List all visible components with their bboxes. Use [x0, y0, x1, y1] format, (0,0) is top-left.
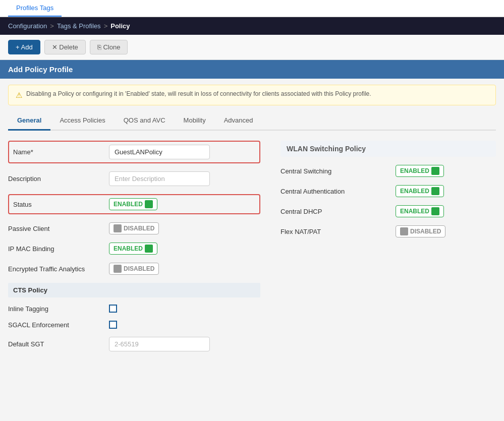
name-row: Name*: [8, 141, 260, 163]
default-sgt-input[interactable]: [109, 337, 210, 351]
passive-client-indicator: [114, 224, 122, 232]
tab-general[interactable]: General: [8, 111, 50, 131]
central-switching-toggle[interactable]: ENABLED: [396, 165, 444, 177]
default-sgt-label: Default SGT: [8, 340, 109, 348]
ip-mac-binding-indicator: [145, 245, 153, 253]
flex-nat-row: Flex NAT/PAT DISABLED: [281, 225, 496, 237]
status-toggle[interactable]: ENABLED: [109, 198, 157, 210]
central-switching-label: Central Switching: [281, 167, 391, 175]
sgacl-enforcement-label: SGACL Enforcement: [8, 321, 109, 329]
form-left: Name* Description Status ENABLED Passive…: [8, 141, 260, 359]
passive-client-label: Passive Client: [8, 225, 109, 232]
encrypted-traffic-row: Encrypted Traffic Analytics DISABLED: [8, 263, 260, 275]
wlan-section-header: WLAN Switching Policy: [281, 141, 496, 157]
status-toggle-indicator: [145, 200, 153, 208]
flex-nat-toggle[interactable]: DISABLED: [396, 225, 445, 237]
inline-tagging-checkbox[interactable]: [109, 305, 117, 313]
flex-nat-indicator: [400, 227, 408, 235]
add-policy-panel: Add Policy Profile ⚠ Disabling a Policy …: [0, 60, 504, 359]
inline-tagging-label: Inline Tagging: [8, 305, 109, 313]
panel-header: Add Policy Profile: [0, 60, 504, 79]
central-dhcp-indicator: [431, 207, 439, 215]
ip-mac-binding-toggle-label: ENABLED: [114, 245, 143, 252]
ip-mac-binding-label: IP MAC Binding: [8, 245, 109, 253]
tab-advanced[interactable]: Advanced: [215, 111, 262, 131]
central-auth-indicator: [431, 187, 439, 195]
default-sgt-row: Default SGT: [8, 337, 260, 351]
breadcrumb-sep-2: >: [104, 22, 108, 30]
flex-nat-label: Flex NAT/PAT: [281, 228, 391, 235]
ip-mac-binding-row: IP MAC Binding ENABLED: [8, 243, 260, 255]
page-tabs-bar: Profiles Tags: [0, 0, 504, 17]
inline-tagging-row: Inline Tagging: [8, 305, 260, 313]
form-right: WLAN Switching Policy Central Switching …: [281, 141, 496, 359]
flex-nat-toggle-label: DISABLED: [410, 228, 441, 235]
form-area: Name* Description Status ENABLED Passive…: [0, 131, 504, 359]
warning-banner: ⚠ Disabling a Policy or configuring it i…: [8, 85, 496, 105]
cts-section-header: CTS Policy: [8, 283, 260, 297]
central-switching-toggle-label: ENABLED: [400, 167, 429, 174]
tab-mobility[interactable]: Mobility: [175, 111, 215, 131]
warning-icon: ⚠: [16, 91, 22, 100]
clone-button[interactable]: ⎘ Clone: [90, 40, 128, 54]
warning-text: Disabling a Policy or configuring it in …: [26, 90, 371, 97]
passive-client-toggle-label: DISABLED: [124, 225, 154, 232]
breadcrumb-sep-1: >: [50, 22, 54, 30]
sgacl-enforcement-row: SGACL Enforcement: [8, 321, 260, 329]
name-input[interactable]: [109, 145, 210, 159]
central-switching-row: Central Switching ENABLED: [281, 165, 496, 177]
tab-qos-avc[interactable]: QOS and AVC: [115, 111, 175, 131]
status-label: Status: [13, 201, 109, 208]
central-auth-toggle-label: ENABLED: [400, 188, 429, 195]
central-dhcp-toggle[interactable]: ENABLED: [396, 205, 444, 217]
central-dhcp-row: Central DHCP ENABLED: [281, 205, 496, 217]
toolbar: + Add ✕ Delete ⎘ Clone: [0, 35, 504, 60]
central-switching-indicator: [431, 167, 439, 175]
central-auth-toggle[interactable]: ENABLED: [396, 185, 444, 197]
encrypted-traffic-toggle-label: DISABLED: [124, 265, 154, 272]
encrypted-traffic-toggle[interactable]: DISABLED: [109, 263, 159, 275]
encrypted-traffic-indicator: [114, 265, 122, 273]
content-tabs: General Access Policies QOS and AVC Mobi…: [8, 111, 496, 131]
sgacl-enforcement-checkbox[interactable]: [109, 321, 117, 329]
central-auth-label: Central Authentication: [281, 188, 391, 195]
description-label: Description: [8, 175, 109, 183]
central-dhcp-toggle-label: ENABLED: [400, 208, 429, 215]
breadcrumb-current: Policy: [110, 22, 130, 30]
breadcrumb-tags-profiles[interactable]: Tags & Profiles: [57, 22, 101, 30]
central-auth-row: Central Authentication ENABLED: [281, 185, 496, 197]
description-input[interactable]: [109, 171, 210, 186]
passive-client-row: Passive Client DISABLED: [8, 222, 260, 234]
encrypted-traffic-label: Encrypted Traffic Analytics: [8, 265, 109, 273]
ip-mac-binding-toggle[interactable]: ENABLED: [109, 243, 157, 255]
status-row: Status ENABLED: [8, 194, 260, 214]
page-tab-profiles-tags[interactable]: Profiles Tags: [8, 0, 62, 17]
delete-button[interactable]: ✕ Delete: [44, 40, 86, 54]
status-toggle-label: ENABLED: [114, 201, 143, 208]
passive-client-toggle[interactable]: DISABLED: [109, 222, 159, 234]
central-dhcp-label: Central DHCP: [281, 208, 391, 215]
add-button[interactable]: + Add: [8, 40, 40, 54]
tab-access-policies[interactable]: Access Policies: [50, 111, 114, 131]
breadcrumb-configuration[interactable]: Configuration: [8, 22, 47, 30]
name-label: Name*: [13, 148, 109, 156]
breadcrumb: Configuration > Tags & Profiles > Policy: [0, 17, 504, 35]
description-row: Description: [8, 171, 260, 186]
